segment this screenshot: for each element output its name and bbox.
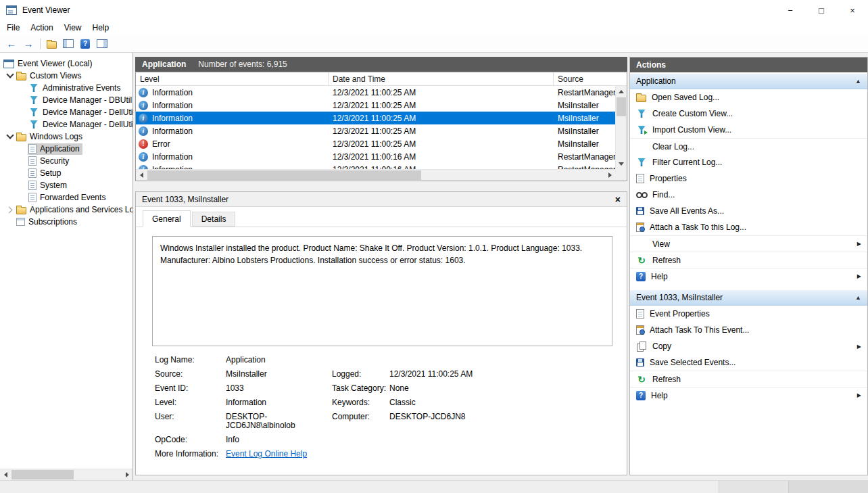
action-help-event[interactable]: ? Help ▶: [630, 387, 867, 403]
events-list-header: Application Number of events: 6,915: [135, 57, 627, 72]
action-import-custom-view[interactable]: Import Custom View...: [630, 122, 867, 138]
table-row[interactable]: iInformation 12/3/2021 11:00:25 AM MsiIn…: [136, 99, 615, 112]
tree-item-system[interactable]: System: [0, 179, 132, 191]
action-filter-current-log[interactable]: Filter Current Log...: [630, 154, 867, 170]
tree-item-label: Custom Views: [30, 71, 81, 80]
title-bar: Event Viewer − □ ×: [0, 0, 868, 20]
action-refresh-event[interactable]: ↻ Refresh: [630, 371, 867, 387]
collapse-icon[interactable]: ▲: [855, 294, 861, 301]
scroll-up-button[interactable]: [616, 86, 627, 97]
action-save-selected-events[interactable]: Save Selected Events...: [630, 354, 867, 371]
scroll-right-button[interactable]: [122, 469, 132, 480]
chevron-expanded-icon[interactable]: [4, 70, 16, 82]
event-log-icon: [28, 181, 37, 190]
tree-horizontal-scrollbar[interactable]: [0, 469, 132, 480]
open-folder-icon: [47, 41, 57, 49]
action-open-saved-log[interactable]: Open Saved Log...: [630, 89, 867, 105]
tab-details[interactable]: Details: [192, 212, 236, 227]
actions-section-header-application[interactable]: Application ▲: [630, 74, 867, 89]
action-label: Event Properties: [650, 309, 861, 319]
scroll-left-button[interactable]: [0, 469, 11, 480]
actions-pane-title: Actions: [630, 57, 867, 72]
events-horizontal-scrollbar[interactable]: [136, 169, 615, 181]
event-level: Error: [152, 139, 170, 149]
save-icon: [636, 358, 644, 367]
action-find[interactable]: Find...: [630, 187, 867, 203]
action-attach-a-task-to-this-log[interactable]: Attach a Task To this Log...: [630, 219, 867, 235]
scrollbar-thumb[interactable]: [617, 97, 626, 116]
menu-help[interactable]: Help: [87, 20, 115, 35]
action-properties[interactable]: Properties: [630, 170, 867, 187]
maximize-button[interactable]: □: [806, 0, 837, 20]
scroll-left-button[interactable]: [136, 170, 147, 181]
menu-file[interactable]: File: [1, 20, 25, 35]
tree-item-device-manager-delluti-2[interactable]: Device Manager - DellUti: [0, 118, 132, 131]
help-button[interactable]: ?: [77, 37, 93, 51]
detail-close-icon[interactable]: ×: [615, 195, 621, 204]
table-row[interactable]: iInformation 12/3/2021 11:00:16 AM Resta…: [136, 163, 615, 169]
show-console-tree-button[interactable]: [60, 37, 76, 51]
action-help[interactable]: ? Help ▶: [630, 268, 867, 284]
tree-item-device-manager-delluti-1[interactable]: Device Manager - DellUti: [0, 106, 132, 118]
table-row[interactable]: !Error 12/3/2021 11:00:25 AM MsiInstalle…: [136, 137, 615, 150]
table-row[interactable]: iInformation 12/3/2021 11:00:16 AM Resta…: [136, 150, 615, 163]
tree-item-event-viewer-local[interactable]: Event Viewer (Local): [0, 57, 132, 70]
action-attach-task-to-this-event[interactable]: Attach Task To This Event...: [630, 322, 867, 338]
event-log-online-help-link[interactable]: Event Log Online Help: [226, 449, 307, 459]
refresh-icon: ↻: [636, 255, 647, 266]
tree-item-custom-views[interactable]: Custom Views: [0, 70, 132, 82]
chevron-expanded-icon[interactable]: [4, 131, 16, 143]
action-refresh[interactable]: ↻ Refresh: [630, 252, 867, 268]
tab-general[interactable]: General: [143, 210, 191, 227]
tree-item-forwarded-events[interactable]: Forwarded Events: [0, 191, 132, 204]
tree-item-administrative-events[interactable]: Administrative Events: [0, 82, 132, 94]
action-save-all-events-as[interactable]: Save All Events As...: [630, 203, 867, 219]
open-saved-log-button[interactable]: [43, 37, 59, 51]
menu-view[interactable]: View: [59, 20, 87, 35]
table-row-selected[interactable]: iInformation 12/3/2021 11:00:25 AM MsiIn…: [136, 112, 615, 124]
scrollbar-thumb[interactable]: [11, 470, 74, 479]
back-button[interactable]: ←: [3, 37, 20, 51]
action-view[interactable]: View ▶: [630, 235, 867, 252]
help-icon: ?: [636, 391, 646, 400]
table-row[interactable]: iInformation 12/3/2021 11:00:25 AM MsiIn…: [136, 124, 615, 137]
column-header-source[interactable]: Source: [554, 72, 627, 85]
scroll-right-button[interactable]: [604, 170, 615, 181]
field-task-category-label: Task Category:: [332, 384, 389, 393]
action-event-properties[interactable]: Event Properties: [630, 306, 867, 322]
tree-item-subscriptions[interactable]: Subscriptions: [0, 216, 132, 228]
action-label: Copy: [652, 342, 852, 351]
detail-tabs: General Details: [136, 207, 627, 227]
action-clear-log[interactable]: Clear Log...: [630, 138, 867, 154]
detail-title: Event 1033, MsiInstaller: [142, 195, 615, 204]
tree-item-security[interactable]: Security: [0, 155, 132, 167]
show-action-pane-button[interactable]: [94, 37, 110, 51]
menu-action[interactable]: Action: [25, 20, 58, 35]
field-log-name-value: Application: [226, 356, 332, 365]
tree-item-application[interactable]: Application: [0, 143, 132, 155]
close-button[interactable]: ×: [837, 0, 868, 20]
table-row[interactable]: iInformation 12/3/2021 11:00:25 AM Resta…: [136, 86, 615, 99]
tree-item-windows-logs[interactable]: Windows Logs: [0, 131, 132, 143]
collapse-icon[interactable]: ▲: [855, 78, 861, 85]
event-datetime: 12/3/2021 11:00:25 AM: [329, 88, 554, 97]
tree-item-applications-and-services-logs[interactable]: Applications and Services Log: [0, 204, 132, 216]
events-vertical-scrollbar[interactable]: [615, 86, 627, 169]
tree-item-device-manager-dbutil[interactable]: Device Manager - DBUtil: [0, 94, 132, 106]
forward-arrow-icon: →: [24, 39, 34, 49]
minimize-button[interactable]: −: [775, 0, 806, 20]
action-copy[interactable]: Copy ▶: [630, 338, 867, 354]
scrollbar-thumb[interactable]: [147, 170, 421, 180]
action-create-custom-view[interactable]: Create Custom View...: [630, 105, 867, 122]
tree-item-setup[interactable]: Setup: [0, 167, 132, 179]
chevron-collapsed-icon[interactable]: [4, 204, 16, 216]
maximize-icon: □: [819, 5, 824, 16]
forward-button[interactable]: →: [20, 37, 37, 51]
status-segment: [788, 481, 868, 493]
column-header-date-and-time[interactable]: Date and Time: [329, 72, 554, 85]
scroll-down-button[interactable]: [616, 158, 627, 169]
column-header-level[interactable]: Level: [136, 72, 329, 85]
field-task-category-value: None: [389, 384, 565, 393]
actions-section-header-event[interactable]: Event 1033, MsiInstaller ▲: [630, 290, 867, 306]
event-viewer-icon: [3, 60, 14, 68]
